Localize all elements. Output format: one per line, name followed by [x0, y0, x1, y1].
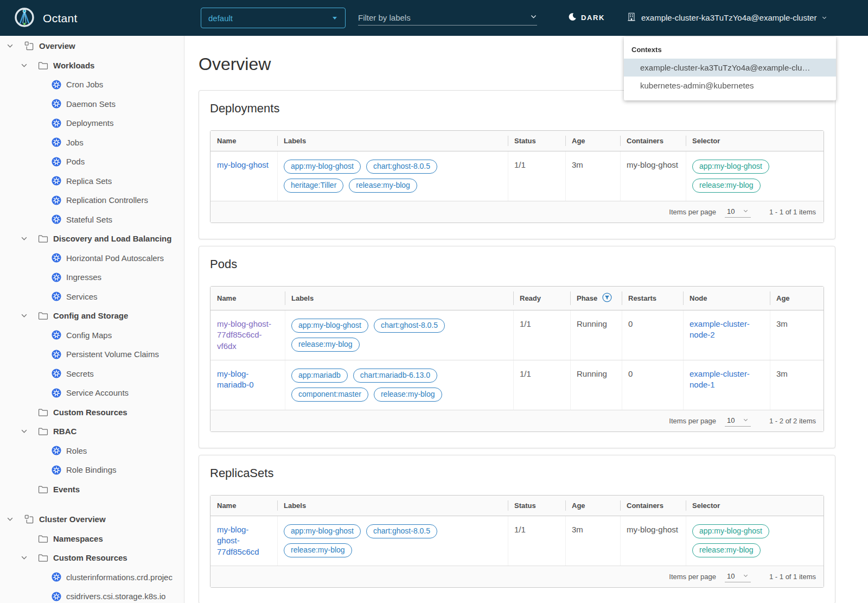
sidebar-item-label: Ingresses	[66, 272, 101, 282]
pagination-range: 1 - 2 of 2 items	[766, 417, 816, 425]
sidebar-item-label: Custom Resources	[53, 408, 127, 417]
sidebar-item-jobs[interactable]: Jobs	[0, 133, 184, 153]
chevron-down-icon[interactable]	[21, 62, 38, 69]
cell-text: my-blog-ghost	[620, 516, 686, 566]
cell-text: 1/1	[508, 516, 565, 566]
sidebar-item-persistent-volume-claims[interactable]: Persistent Volume Claims	[0, 345, 184, 364]
sidebar-item-label: Replication Controllers	[66, 195, 148, 205]
sidebar-item-rbac[interactable]: RBAC	[0, 422, 184, 441]
theme-toggle-button[interactable]: DARK	[567, 12, 605, 23]
column-label: Name	[217, 502, 236, 510]
custom-resource-icon	[51, 572, 61, 582]
sidebar-item-cron-jobs[interactable]: Cron Jobs	[0, 75, 184, 94]
stateful-sets-icon	[51, 214, 61, 224]
sidebar-item-label: Horizontal Pod Autoscalers	[66, 253, 164, 263]
resource-link[interactable]: my-blog-ghost-77df85c6cd-vf6dx	[217, 319, 278, 352]
sidebar-item-deployments[interactable]: Deployments	[0, 113, 184, 133]
page-size-select[interactable]: 10	[725, 206, 751, 218]
sidebar-item-overview[interactable]: Overview	[0, 36, 184, 56]
secrets-icon	[51, 369, 61, 378]
sidebar-item-namespaces[interactable]: Namespaces	[0, 529, 184, 549]
app-header: Octant default DARK	[0, 0, 868, 36]
services-icon	[51, 291, 61, 301]
cell-text: 0	[622, 310, 683, 360]
label-tags: app:my-blog-ghostchart:ghost-8.0.5herita…	[284, 160, 501, 193]
sidebar-item-workloads[interactable]: Workloads	[0, 56, 184, 75]
chevron-down-icon[interactable]	[530, 12, 537, 22]
sidebar-item-daemon-sets[interactable]: Daemon Sets	[0, 94, 184, 114]
sidebar-item-replica-sets[interactable]: Replica Sets	[0, 172, 184, 191]
column-label: Labels	[284, 502, 306, 510]
filter-icon[interactable]	[602, 293, 612, 304]
resource-link[interactable]: example-cluster-node-2	[690, 319, 763, 341]
namespace-select[interactable]: default	[201, 8, 346, 28]
column-header-age: Age	[565, 496, 620, 516]
section-card-pods: PodsNameLabelsReadyPhaseRestartsNodeAgem…	[199, 246, 835, 448]
column-label: Status	[514, 137, 536, 145]
resource-link[interactable]: my-blog-mariadb-0	[217, 369, 278, 391]
cell-value: 3m	[776, 319, 788, 328]
folder-icon	[38, 234, 48, 243]
sidebar-item-csidrivers-csi-storage-k8s-io[interactable]: csidrivers.csi.storage.k8s.io	[0, 587, 184, 603]
sidebar-item-custom-resources[interactable]: Custom Resources	[0, 548, 184, 568]
sidebar-item-label: csidrivers.csi.storage.k8s.io	[66, 592, 165, 601]
sidebar-item-events[interactable]: Events	[0, 480, 184, 499]
selector-tag: release:my-blog	[692, 179, 761, 193]
daemon-sets-icon	[51, 99, 61, 109]
sidebar-item-ingresses[interactable]: Ingresses	[0, 268, 184, 287]
page-size-select[interactable]: 10	[725, 571, 751, 582]
sidebar-item-stateful-sets[interactable]: Stateful Sets	[0, 210, 184, 230]
sidebar-item-custom-resources[interactable]: Custom Resources	[0, 403, 184, 422]
chevron-down-icon[interactable]	[21, 312, 38, 319]
sidebar-item-pods[interactable]: Pods	[0, 152, 184, 172]
cell-text: 1/1	[513, 360, 570, 410]
chevron-down-icon[interactable]	[21, 554, 38, 561]
cell-link: my-blog-ghost-77df85c6cd	[210, 516, 277, 566]
sidebar-item-clusterinformations-crd-projec[interactable]: clusterinformations.crd.projec	[0, 568, 184, 587]
folder-icon	[38, 485, 48, 494]
chevron-down-icon[interactable]	[21, 428, 38, 435]
context-option-0[interactable]: example-cluster-ka3TuTzYo4a@example-clu…	[624, 59, 836, 77]
cell-text: 3m	[565, 151, 620, 201]
column-label: Name	[217, 294, 236, 302]
sidebar-item-horizontal-pod-autoscalers[interactable]: Horizontal Pod Autoscalers	[0, 249, 184, 268]
sidebar-item-role-bindings[interactable]: Role Bindings	[0, 460, 184, 480]
chevron-down-icon[interactable]	[7, 42, 24, 49]
chevron-down-icon[interactable]	[21, 235, 38, 242]
selector-tag: app:my-blog-ghost	[692, 160, 769, 174]
column-header-containers: Containers	[620, 496, 686, 516]
sidebar-item-replication-controllers[interactable]: Replication Controllers	[0, 191, 184, 210]
section-title: Deployments	[210, 101, 824, 116]
context-option-1[interactable]: kubernetes-admin@kubernetes	[624, 77, 836, 94]
chevron-down-icon[interactable]	[7, 516, 24, 523]
column-header-age: Age	[565, 131, 620, 151]
sidebar-item-label: Events	[53, 485, 80, 494]
column-header-labels: Labels	[277, 496, 508, 516]
context-selector[interactable]: example-cluster-ka3TuTzYo4a@example-clus…	[627, 12, 827, 23]
resource-link[interactable]: example-cluster-node-1	[690, 369, 763, 391]
cell-value: my-blog-ghost	[627, 525, 678, 534]
pagination-footer: Items per page101 - 1 of 1 items	[210, 566, 824, 587]
column-label: Phase	[577, 294, 597, 302]
persistent-volume-claims-icon	[51, 350, 61, 359]
datagrid: NameLabelsStatusAgeContainersSelectormy-…	[210, 495, 824, 588]
items-per-page-label: Items per page	[669, 208, 716, 216]
column-header-labels: Labels	[285, 287, 513, 310]
sidebar-item-services[interactable]: Services	[0, 287, 184, 307]
resource-link[interactable]: my-blog-ghost-77df85c6cd	[217, 524, 271, 557]
sidebar-item-label: Roles	[66, 446, 87, 455]
resource-link[interactable]: my-blog-ghost	[217, 160, 269, 170]
sidebar-item-config-and-storage[interactable]: Config and Storage	[0, 306, 184, 326]
sidebar-item-secrets[interactable]: Secrets	[0, 364, 184, 384]
column-header-selector: Selector	[686, 131, 824, 151]
sidebar-item-cluster-overview[interactable]: Cluster Overview	[0, 510, 184, 529]
table-row: my-blog-ghostapp:my-blog-ghostchart:ghos…	[210, 151, 824, 201]
label-filter-input[interactable]	[358, 13, 518, 22]
selector-tags: app:my-blog-ghostrelease:my-blog	[692, 160, 817, 193]
page-size-select[interactable]: 10	[725, 415, 751, 427]
sidebar-item-service-accounts[interactable]: Service Accounts	[0, 383, 184, 403]
sidebar-item-discovery-and-load-balancing[interactable]: Discovery and Load Balancing	[0, 229, 184, 249]
sidebar-item-roles[interactable]: Roles	[0, 441, 184, 461]
sidebar-item-config-maps[interactable]: Config Maps	[0, 326, 184, 345]
sidebar-item-label: Config Maps	[66, 331, 112, 340]
